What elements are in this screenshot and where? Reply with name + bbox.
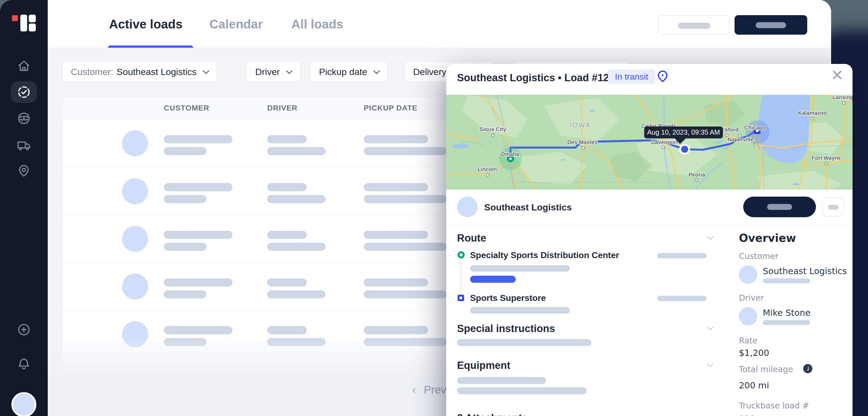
tooltip-timestamp: Aug 10, 2023, 09:35 AM	[647, 128, 720, 136]
chevron-down-icon	[286, 67, 292, 74]
filter-customer[interactable]: Customer: Southeast Logistics	[62, 62, 217, 82]
panel-primary-button[interactable]	[743, 197, 816, 217]
primary-action-button[interactable]	[735, 15, 807, 35]
map-pin-icon	[655, 68, 670, 83]
route-stop-2: Sports Superstore	[470, 293, 546, 303]
overview-driver-avatar	[739, 307, 757, 325]
state-label-iowa: IOWA	[569, 121, 591, 129]
svg-text:Omaha: Omaha	[501, 151, 520, 157]
customer-avatar	[457, 197, 478, 217]
svg-text:Davenport: Davenport	[651, 139, 678, 145]
overview-customer-avatar	[739, 266, 757, 284]
col-header-customer: CUSTOMER	[164, 104, 209, 112]
overview-customer-value: Southeast Logistics	[763, 266, 847, 276]
plus-circle-icon	[17, 322, 31, 337]
vehicle-position-marker[interactable]	[681, 146, 688, 153]
filter-pickup-date[interactable]: Pickup date	[311, 62, 388, 82]
overview-driver-label: Driver	[739, 293, 764, 303]
page-header: Active loads Calendar All loads	[48, 0, 831, 48]
filter-customer-value: Southeast Logistics	[117, 67, 197, 77]
track-location-button[interactable]	[655, 68, 670, 83]
chevron-down-icon	[373, 67, 380, 74]
sidebar-item-notifications[interactable]	[11, 353, 37, 375]
sidebar-item-home[interactable]	[11, 55, 37, 77]
clock-check-icon	[17, 85, 31, 99]
active-tab-underline	[108, 45, 193, 48]
route-stop-1: Specialty Sports Distribution Center	[470, 250, 619, 260]
button-label-skeleton	[756, 22, 786, 28]
filter-customer-label: Customer:	[71, 67, 113, 77]
info-icon[interactable]: i	[803, 364, 812, 373]
status-badge: In transit	[608, 69, 655, 84]
user-avatar[interactable]	[11, 392, 36, 416]
svg-text:Kalamazoo: Kalamazoo	[798, 110, 827, 116]
route-map[interactable]: Sioux City Cedar Rapids Des Moines Omaha…	[446, 95, 852, 189]
tab-active-loads[interactable]: Active loads	[109, 17, 183, 31]
filter-driver[interactable]: Driver	[247, 62, 300, 82]
sidebar-item-active-loads[interactable]	[11, 81, 37, 103]
filter-pickup-label: Pickup date	[319, 67, 367, 77]
overview-customer-label: Customer	[739, 251, 778, 261]
section-route: Route	[457, 232, 486, 244]
svg-text:Chicago: Chicago	[744, 125, 766, 131]
tab-all-loads[interactable]: All loads	[291, 17, 343, 31]
section-equipment: Equipment	[457, 360, 510, 371]
panel-more-button[interactable]	[822, 197, 844, 217]
row-avatar	[122, 130, 148, 156]
button-label-skeleton	[678, 23, 710, 29]
svg-text:Peoria: Peoria	[688, 172, 705, 178]
load-detail-panel: Southeast Logistics • Load #126 In trans…	[446, 64, 852, 416]
sidebar-item-trucks[interactable]	[11, 135, 37, 156]
close-icon[interactable]: ✕	[831, 68, 844, 83]
col-header-pickup: PICKUP DATE	[364, 104, 417, 112]
row-avatar	[122, 226, 148, 252]
secondary-action-button[interactable]	[657, 15, 730, 35]
svg-text:Lincoln: Lincoln	[477, 166, 497, 172]
customer-name: Southeast Logistics	[484, 202, 572, 213]
svg-text:Lansing: Lansing	[833, 95, 852, 100]
row-avatar	[122, 178, 148, 204]
sidebar-item-add[interactable]	[11, 319, 37, 340]
svg-text:Des Moines: Des Moines	[567, 139, 597, 145]
overview-load-label: Truckbase load #	[739, 401, 809, 410]
tab-calendar[interactable]: Calendar	[209, 17, 263, 31]
overview-rate-label: Rate	[739, 336, 757, 345]
svg-text:Fort Wayne: Fort Wayne	[812, 155, 841, 161]
route-link-skeleton[interactable]	[470, 276, 516, 283]
chevron-down-icon[interactable]	[707, 361, 714, 367]
sidebar-item-drivers[interactable]	[11, 107, 37, 129]
truck-icon	[17, 138, 31, 153]
chevron-left-icon: ‹	[412, 384, 416, 396]
section-attachments: 2 Attachments	[457, 412, 528, 416]
sidebar-item-locations[interactable]	[11, 160, 37, 181]
overview-mileage-label: Total mileage	[739, 365, 793, 374]
overview-driver-value: Mike Stone	[763, 308, 810, 318]
steering-wheel-icon	[17, 111, 31, 126]
row-avatar	[122, 274, 148, 300]
chevron-down-icon	[203, 67, 209, 74]
section-special-instructions: Special instructions	[457, 323, 555, 335]
map-pin-icon	[17, 163, 31, 178]
col-header-driver: DRIVER	[267, 104, 298, 112]
load-title: Southeast Logistics • Load #126	[457, 72, 615, 84]
overview-rate-value: $1,200	[739, 348, 769, 358]
overview-mileage-value: 200 mi	[739, 380, 769, 390]
bottom-fade	[48, 332, 495, 416]
overview-load-value: 123	[739, 414, 755, 416]
route-connector	[461, 262, 461, 296]
route-destination-icon	[458, 295, 464, 301]
chevron-down-icon[interactable]	[707, 324, 714, 331]
bell-icon	[17, 357, 31, 372]
svg-text:Naperville: Naperville	[727, 137, 753, 142]
sidebar	[0, 0, 48, 416]
filter-driver-label: Driver	[255, 67, 280, 77]
panel-customer-row: Southeast Logistics	[446, 189, 852, 225]
svg-text:Sioux City: Sioux City	[479, 126, 506, 132]
home-icon	[17, 59, 31, 73]
truckbase-logo-icon[interactable]	[12, 14, 36, 31]
chevron-down-icon[interactable]	[707, 234, 714, 240]
overview-heading: Overview	[739, 232, 796, 244]
route-origin-icon	[458, 251, 465, 258]
